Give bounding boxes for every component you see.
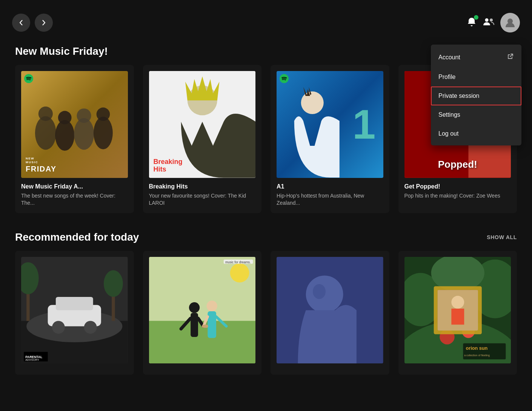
card-new-music-friday[interactable]: NEW MUSIC FRIDAY New Music Friday A... T… xyxy=(15,65,134,213)
settings-label: Settings xyxy=(438,111,460,118)
logout-label: Log out xyxy=(438,130,458,137)
card-subtitle-breaking: Your new favourite songs! Cover: The Kid… xyxy=(149,192,256,207)
svg-rect-42 xyxy=(208,311,216,338)
rec-card-image-2: music for dreams. xyxy=(149,257,256,364)
svg-text:ADVISORY: ADVISORY xyxy=(25,358,39,361)
card-a1[interactable]: 1 A1 Hip-Hop's hottest from Australia, N… xyxy=(271,65,389,213)
a1-person xyxy=(280,87,344,178)
rec-img-3 xyxy=(277,257,383,364)
rec-card-2[interactable]: music for dreams. xyxy=(143,251,262,375)
svg-point-36 xyxy=(230,263,249,283)
svg-point-6 xyxy=(55,120,74,150)
svg-point-37 xyxy=(189,302,199,313)
popped-text: Popped! xyxy=(438,159,477,170)
svg-point-51 xyxy=(313,284,326,299)
svg-rect-38 xyxy=(191,313,198,337)
account-label: Account xyxy=(438,54,460,61)
card-title-breaking: Breaking Hits xyxy=(149,183,256,190)
spotify-logo-a1 xyxy=(280,74,289,83)
friday-overlay-text: NEW MUSIC FRIDAY xyxy=(26,157,123,173)
section2-header: Recommended for today Show all xyxy=(15,231,517,243)
svg-point-41 xyxy=(206,301,217,311)
notifications-button[interactable] xyxy=(466,17,477,29)
a1-number: 1 xyxy=(352,104,375,145)
rec-card-4[interactable]: orion sun a collection of fleeting xyxy=(398,251,517,375)
profile-menu-item[interactable]: Profile xyxy=(431,68,521,87)
rec-card-image-1: PARENTAL ADVISORY xyxy=(21,257,128,364)
svg-point-9 xyxy=(77,108,91,123)
logout-menu-item[interactable]: Log out xyxy=(431,124,521,143)
topbar-right xyxy=(466,13,520,32)
private-session-menu-item[interactable]: Private session xyxy=(431,87,521,105)
card-subtitle-a1: Hip-Hop's hottest from Australia, New Ze… xyxy=(277,192,383,207)
settings-menu-item[interactable]: Settings xyxy=(431,105,521,124)
svg-point-11 xyxy=(97,107,110,121)
nav-buttons xyxy=(12,14,53,32)
card-image-breaking: BreakingHits xyxy=(149,71,256,178)
show-all-button[interactable]: Show all xyxy=(487,234,517,240)
rec-card-image-3 xyxy=(277,257,383,364)
svg-point-24 xyxy=(52,321,65,334)
card-image-a1: 1 xyxy=(277,71,383,178)
svg-point-0 xyxy=(485,19,489,22)
svg-point-25 xyxy=(84,321,97,334)
card-subtitle-friday: The best new songs of the week! Cover: T… xyxy=(21,192,128,207)
card-subtitle-popped: Pop hits in the making! Cover: Zoe Wees xyxy=(404,192,511,200)
card-title-popped: Get Popped! xyxy=(404,183,511,190)
svg-text:orion sun: orion sun xyxy=(466,345,487,351)
profile-label: Profile xyxy=(438,74,455,80)
user-dropdown-menu: Account Profile Private session Settings… xyxy=(431,45,521,145)
svg-rect-23 xyxy=(56,297,93,310)
svg-text:music for dreams.: music for dreams. xyxy=(225,260,250,264)
back-button[interactable] xyxy=(12,14,30,32)
svg-point-7 xyxy=(58,111,72,124)
card-breaking-hits[interactable]: BreakingHits Breaking Hits Your new favo… xyxy=(143,65,262,213)
rec-img-4: orion sun a collection of fleeting xyxy=(404,257,511,364)
card-title-a1: A1 xyxy=(277,183,383,190)
breaking-hits-text: BreakingHits xyxy=(154,158,183,173)
rec-img-2: music for dreams. xyxy=(149,257,256,364)
forward-button[interactable] xyxy=(35,14,53,32)
svg-point-62 xyxy=(451,296,464,309)
user-avatar[interactable] xyxy=(500,13,520,32)
rec-img-1: PARENTAL ADVISORY xyxy=(21,257,128,364)
svg-point-16 xyxy=(301,91,324,114)
card-title-friday: New Music Friday A... xyxy=(21,183,128,190)
svg-point-10 xyxy=(94,116,113,149)
svg-point-29 xyxy=(104,270,123,297)
notification-badge xyxy=(474,15,478,20)
external-link-icon xyxy=(507,53,514,62)
rec-card-1[interactable]: PARENTAL ADVISORY xyxy=(15,251,134,375)
svg-point-5 xyxy=(38,107,53,121)
svg-text:a collection of fleeting: a collection of fleeting xyxy=(464,354,490,357)
account-menu-item[interactable]: Account xyxy=(431,47,521,68)
svg-point-4 xyxy=(35,116,56,150)
card-image-friday: NEW MUSIC FRIDAY xyxy=(21,71,128,178)
rec-card-3[interactable] xyxy=(271,251,389,375)
rec-card-image-4: orion sun a collection of fleeting xyxy=(404,257,511,364)
section2-cards-row: PARENTAL ADVISORY xyxy=(15,251,517,375)
private-session-label: Private session xyxy=(438,93,480,99)
section2-title: Recommended for today xyxy=(15,231,139,243)
svg-rect-63 xyxy=(451,309,464,324)
svg-point-1 xyxy=(490,19,493,22)
friends-button[interactable] xyxy=(483,17,494,29)
